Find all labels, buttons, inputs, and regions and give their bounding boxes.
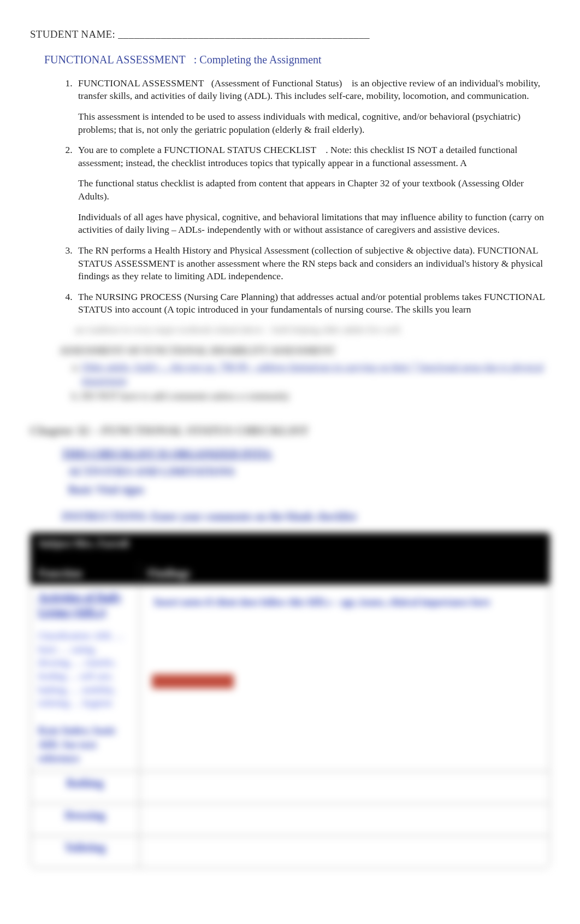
- title-main: FUNCTIONAL ASSESSMENT: [44, 54, 186, 66]
- table-client-row: Subject Mrs. Farrell: [31, 533, 550, 562]
- li5-sublist: Older adults, frailty ... this text pg. …: [60, 361, 550, 403]
- col-function: Function: [31, 562, 140, 584]
- li1-para2: This assessment is intended to be used t…: [78, 110, 550, 136]
- li1-term: FUNCTIONAL ASSESSMENT: [78, 78, 204, 89]
- li4-body: The NURSING PROCESS (Nursing Care Planni…: [78, 291, 545, 315]
- student-name-blank: ________________________________________…: [118, 28, 370, 40]
- findings-hint: Insert notes if client does follow this …: [147, 590, 542, 609]
- checklist-table-wrap: Subject Mrs. Farrell Function Findings A…: [30, 533, 550, 868]
- row-bathing: Bathing: [31, 771, 140, 803]
- adl-list-text: Classification: ADL … basic … eating, dr…: [38, 629, 132, 710]
- li5-head: ASSESSMENT OF FUNCTIONAL DISABILITY ASSE…: [60, 344, 550, 357]
- li2-para2: The functional status checklist is adapt…: [78, 177, 550, 203]
- list-item-2: You are to complete a FUNCTIONAL STATUS …: [75, 144, 550, 237]
- list-item-3: The RN performs a Health History and Phy…: [75, 244, 550, 283]
- table-row-dressing: Dressing: [31, 803, 550, 835]
- assignment-title: FUNCTIONAL ASSESSMENT : Completing the A…: [44, 52, 550, 67]
- blurred-region: are tradition in every major textbook re…: [30, 324, 550, 868]
- chapter-heading: Chapter 32 – FUNCTIONAL STATUS CHECKLIST: [30, 422, 550, 439]
- org-line1: THIS CHECKLIST IS ORGANIZED INTO:: [62, 446, 550, 461]
- org-line1b: Basic Vital signs: [68, 482, 550, 497]
- table-row-toileting: Toileting: [31, 835, 550, 868]
- document-page: STUDENT NAME: __________________________…: [0, 0, 580, 924]
- list-item-4: The NURSING PROCESS (Nursing Care Planni…: [75, 291, 550, 316]
- row-toileting: Toileting: [31, 835, 140, 868]
- instructions-line: INSTRUCTIONS: Enter your comments on the…: [62, 509, 550, 524]
- table-header-row: Function Findings: [31, 562, 550, 584]
- table-row-adl: Activities of Daily Living (ADLs) Classi…: [31, 585, 550, 772]
- comment-box-icon: [152, 674, 234, 688]
- adl-function-cell: Activities of Daily Living (ADLs) Classi…: [31, 585, 140, 772]
- row-dressing-findings: [140, 803, 550, 835]
- li2-para3: Individuals of all ages have physical, c…: [78, 211, 550, 237]
- li4-continued: are tradition in every major textbook re…: [75, 324, 550, 337]
- list-item-5: ASSESSMENT OF FUNCTIONAL DISABILITY ASSE…: [60, 344, 550, 403]
- li3-body: The RN performs a Health History and Phy…: [78, 245, 543, 281]
- title-suffix: : Completing the Assignment: [194, 54, 322, 66]
- col-findings: Findings: [140, 562, 550, 584]
- li1-paren: (Assessment of Functional Status): [211, 78, 342, 89]
- katz-ref: Katz Index; basic ADL See text reference: [38, 723, 132, 766]
- student-name-label: STUDENT NAME:: [30, 28, 115, 40]
- adl-heading: Activities of Daily Living (ADLs): [38, 590, 132, 620]
- table-row-bathing: Bathing: [31, 771, 550, 803]
- li5-b: DO NOT have to add comments unless a com…: [81, 390, 550, 403]
- li5-a: Older adults, frailty ... this text pg. …: [81, 361, 550, 387]
- client-cell: Subject Mrs. Farrell: [31, 533, 550, 562]
- list-item-1: FUNCTIONAL ASSESSMENT (Assessment of Fun…: [75, 77, 550, 137]
- instruction-list: FUNCTIONAL ASSESSMENT (Assessment of Fun…: [30, 77, 550, 316]
- organized-into-block: THIS CHECKLIST IS ORGANIZED INTO: ACTIVI…: [62, 446, 550, 524]
- row-toileting-findings: [140, 835, 550, 868]
- row-dressing: Dressing: [31, 803, 140, 835]
- row-bathing-findings: [140, 771, 550, 803]
- adl-findings-cell: Insert notes if client does follow this …: [140, 585, 550, 772]
- org-line1a: ACTIVITIES AND LIMITATIONS: [68, 464, 550, 479]
- li2-lead: You are to complete a FUNCTIONAL STATUS …: [78, 144, 316, 155]
- student-name-line: STUDENT NAME: __________________________…: [30, 27, 550, 42]
- checklist-table: Subject Mrs. Farrell Function Findings A…: [30, 533, 550, 868]
